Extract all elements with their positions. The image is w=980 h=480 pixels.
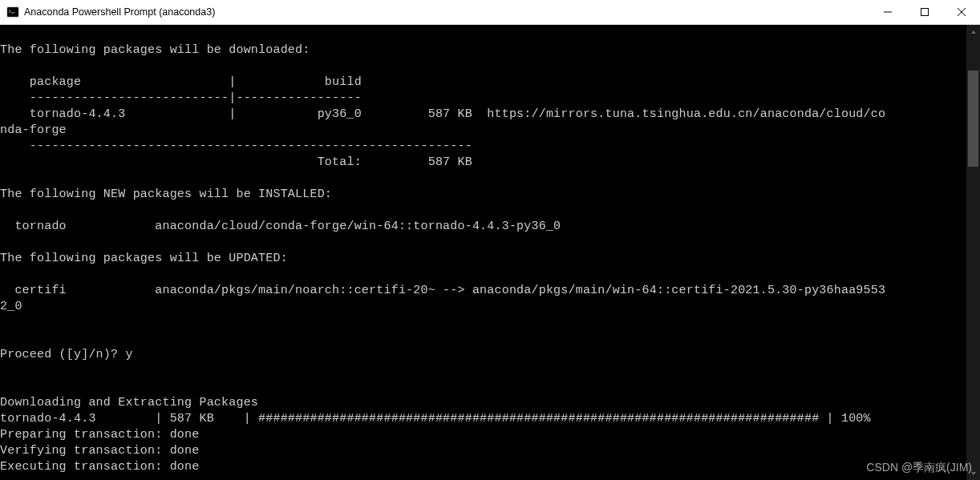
terminal-line bbox=[0, 235, 966, 251]
titlebar: Anaconda Powershell Prompt (anaconda3) bbox=[0, 0, 980, 25]
terminal-line: tornado-4.4.3 | py36_0 587 KB https://mi… bbox=[0, 107, 966, 123]
window-title: Anaconda Powershell Prompt (anaconda3) bbox=[24, 6, 215, 18]
terminal-line: package | build bbox=[0, 75, 966, 91]
terminal-line bbox=[0, 26, 966, 42]
scrollbar[interactable] bbox=[966, 25, 980, 480]
terminal-line bbox=[0, 379, 966, 395]
minimize-button[interactable] bbox=[869, 0, 906, 24]
terminal-line: The following NEW packages will be INSTA… bbox=[0, 187, 966, 203]
terminal-line: 2_0 bbox=[0, 299, 966, 315]
terminal-line: Proceed ([y]/n)? y bbox=[0, 347, 966, 363]
terminal-line bbox=[0, 267, 966, 283]
content-wrap: The following packages will be downloade… bbox=[0, 25, 980, 480]
maximize-button[interactable] bbox=[906, 0, 943, 24]
scroll-up-arrow[interactable] bbox=[966, 25, 980, 38]
terminal-line bbox=[0, 315, 966, 331]
terminal-line: tornado-4.4.3 | 587 KB | ###############… bbox=[0, 411, 966, 427]
svg-rect-0 bbox=[7, 7, 18, 17]
terminal-line: ---------------------------|------------… bbox=[0, 91, 966, 107]
terminal-line bbox=[0, 58, 966, 75]
terminal-line: Executing transaction: done bbox=[0, 459, 966, 475]
terminal-line: tornado anaconda/cloud/conda-forge/win-6… bbox=[0, 219, 966, 235]
terminal-line bbox=[0, 171, 966, 187]
terminal-line: ----------------------------------------… bbox=[0, 139, 966, 155]
scroll-down-arrow[interactable] bbox=[966, 466, 980, 480]
terminal-line: The following packages will be downloade… bbox=[0, 42, 966, 58]
terminal-line: Downloading and Extracting Packages bbox=[0, 395, 966, 411]
terminal-line bbox=[0, 203, 966, 219]
terminal-line: Verifying transaction: done bbox=[0, 443, 966, 459]
terminal-line: The following packages will be UPDATED: bbox=[0, 251, 966, 267]
terminal-line: certifi anaconda/pkgs/main/noarch::certi… bbox=[0, 283, 966, 299]
terminal-line: Total: 587 KB bbox=[0, 155, 966, 171]
terminal-line: Preparing transaction: done bbox=[0, 427, 966, 443]
terminal-line bbox=[0, 363, 966, 379]
scroll-track[interactable] bbox=[966, 38, 980, 466]
window: Anaconda Powershell Prompt (anaconda3) T… bbox=[0, 0, 980, 480]
terminal-line: nda-forge bbox=[0, 123, 966, 139]
close-button[interactable] bbox=[943, 0, 980, 24]
scroll-thumb[interactable] bbox=[968, 71, 978, 167]
terminal[interactable]: The following packages will be downloade… bbox=[0, 25, 966, 480]
svg-rect-1 bbox=[921, 9, 929, 16]
terminal-line bbox=[0, 331, 966, 347]
app-icon bbox=[6, 6, 19, 18]
